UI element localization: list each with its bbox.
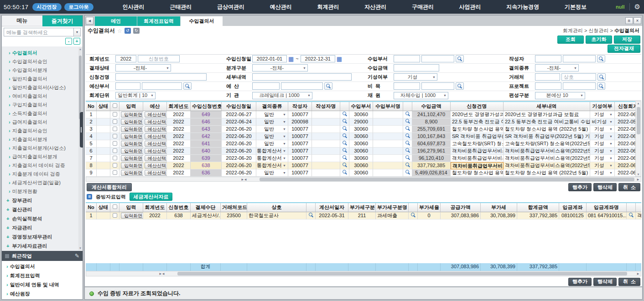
delete-row-button[interactable]: 행삭제 [593, 278, 617, 286]
cell-detail[interactable]: SR 객차비품 취급업무(2022년 5월) 기성 [504, 133, 590, 140]
cell-s2[interactable] [403, 118, 412, 126]
cell-check[interactable] [110, 133, 119, 140]
select-all-checkbox[interactable] [113, 204, 117, 209]
cell-reqno[interactable]: 639 [191, 155, 222, 162]
extend-time-button[interactable]: 시간연장 [32, 3, 62, 11]
budget-button[interactable]: 예산선택 [145, 133, 167, 139]
delete-row-button[interactable]: 행삭제 [593, 183, 617, 191]
cell-gisung[interactable]: 기성▼ [590, 169, 615, 177]
row-checkbox[interactable] [113, 156, 117, 160]
sidebar-item[interactable]: ›지출분개 데이터 검증 [2, 170, 83, 179]
expand-all-button[interactable]: + [73, 38, 80, 45]
date-to-input[interactable] [301, 55, 335, 62]
cancel-button[interactable]: 취 소 [618, 278, 640, 286]
cell-gisung[interactable]: 기성▼ [590, 148, 615, 155]
eapproval-button[interactable]: 전자결재 [608, 45, 640, 53]
cell-input[interactable]: 입력화면 [119, 169, 143, 177]
cell-reqdate[interactable]: 2022-06-20 [222, 133, 256, 140]
cell-year[interactable]: 2022 [167, 155, 191, 162]
close-icon[interactable]: × [634, 17, 641, 24]
bimok-name-input[interactable] [421, 82, 454, 90]
cell-doctype[interactable]: 일반▼ [256, 111, 288, 118]
search-icon[interactable] [405, 169, 410, 175]
cell-doctype[interactable]: 일반▼ [256, 133, 288, 140]
cell-dept[interactable]: 30060 [349, 126, 373, 133]
save-button[interactable]: 저장 [614, 36, 640, 44]
input-button[interactable]: 입력화면 [121, 148, 143, 154]
reset-button[interactable]: 초기화 [586, 36, 612, 44]
scroll-left-icon[interactable]: ▶ ◀ [241, 177, 247, 182]
cell-no[interactable]: 9 [86, 169, 97, 177]
cell-totalamt[interactable]: 337,792,385 [517, 212, 559, 219]
date-from-input[interactable] [252, 55, 287, 62]
cell-input[interactable]: 입력화면 [119, 133, 143, 140]
row-checkbox[interactable] [113, 163, 117, 168]
cell-title[interactable]: 철도차량 청소사업 용역 (2... [451, 169, 504, 177]
cell-amount[interactable]: 5,499,026,814 [412, 169, 451, 177]
cell-s2[interactable] [403, 155, 412, 162]
cell-dept[interactable]: 29000 [349, 118, 373, 126]
cell-s2[interactable] [403, 133, 412, 140]
logout-button[interactable]: 로그아웃 [64, 3, 93, 11]
input-button[interactable]: 입력화면 [121, 155, 143, 161]
sidebar-item[interactable]: ›수입결의서승인 [2, 57, 83, 66]
cell-input[interactable]: 입력화면 [119, 148, 143, 155]
cell-writername[interactable] [312, 162, 340, 169]
bunke-select[interactable]: -전체-▼ [252, 64, 308, 71]
budget-button[interactable]: 예산선택 [145, 141, 167, 147]
topbar-menu-item[interactable]: 기본정보 [565, 3, 587, 11]
topbar-menu-item[interactable]: 회계관리 [317, 3, 339, 11]
scroll-down-icon[interactable]: ▼ [636, 173, 641, 176]
cell-title[interactable]: 객차비품취급업무서비스용... [451, 148, 504, 155]
cell-s2[interactable] [403, 148, 412, 155]
cell-budget[interactable]: 예산선택 [143, 111, 167, 118]
gisung-select[interactable]: 기성▼ [394, 73, 437, 81]
cell-dept[interactable]: 30060 [349, 140, 373, 148]
cancel-button[interactable]: 취 소 [618, 183, 640, 191]
topbar-menu-item[interactable]: 인사관리 [122, 3, 144, 11]
cell-writername[interactable] [312, 148, 340, 155]
input-button[interactable]: 입력화면 [121, 213, 143, 219]
cell-reqno[interactable]: 646 [191, 118, 222, 126]
budget-button[interactable]: 예산선택 [145, 126, 167, 132]
topbar-menu-item[interactable]: 급상여관리 [217, 3, 244, 11]
cell-deptname[interactable] [373, 148, 403, 155]
cell-writername[interactable] [312, 155, 340, 162]
sidebar-item[interactable]: ›세금계산서연결(일괄) [2, 179, 83, 187]
budget-button[interactable]: 예산선택 [145, 163, 167, 168]
cell-doctype[interactable]: 일반▼ [256, 140, 288, 148]
sidebar-group[interactable]: +손익실적분석 [2, 214, 83, 223]
cell-acctdate[interactable]: 2022-06-20 [615, 133, 635, 140]
cell-year[interactable]: 2022 [167, 133, 191, 140]
search-icon[interactable] [405, 140, 410, 146]
tax-invoice-button[interactable]: 세금계산서자료 [130, 193, 172, 201]
sidebar-item[interactable]: ›수입결의서 [2, 49, 83, 57]
tab-회계전표입력[interactable]: 회계전표입력 [137, 16, 180, 26]
cell-vendorname[interactable]: 한국철도공사 [247, 212, 306, 219]
tab-수입결의서[interactable]: 수입결의서 [181, 16, 223, 26]
input-button[interactable]: 입력화면 [121, 170, 143, 176]
project-name-input[interactable] [563, 82, 596, 90]
cell-acctdate[interactable]: 2022-06-20 [615, 169, 635, 177]
cell-budget[interactable]: 예산선택 [143, 169, 167, 177]
cell-status[interactable] [97, 118, 110, 126]
sidebar-item[interactable]: ›급여지출결의서분개 [2, 153, 83, 161]
cell-reqno[interactable]: 638 [167, 212, 191, 219]
cell-reqdate[interactable]: 2022-06-24 [222, 118, 256, 126]
cell-vatname[interactable]: 과세매출 [376, 212, 409, 219]
scrollbar-thumb[interactable] [637, 107, 640, 134]
cell-paytype[interactable]: 세금계산서/... [191, 212, 221, 219]
cell-year[interactable]: 2022 [167, 118, 191, 126]
cell-vatcode[interactable]: 211 [348, 212, 376, 219]
vendor-search-button[interactable] [597, 73, 606, 81]
search-icon[interactable] [405, 126, 410, 131]
budget-button[interactable]: 예산선택 [145, 170, 167, 176]
cell-check[interactable] [110, 140, 119, 148]
cell-amount[interactable]: 100,167,843 [412, 133, 451, 140]
search-icon[interactable] [342, 118, 348, 124]
income-dept-name-input[interactable] [421, 55, 454, 62]
chevron-down-icon[interactable]: ▼ [281, 111, 287, 118]
cell-writer[interactable]: 200098 [288, 118, 312, 126]
scrollbar-thumb[interactable] [79, 56, 82, 119]
cell-doctype[interactable]: 통합계산서▼ [256, 162, 288, 169]
